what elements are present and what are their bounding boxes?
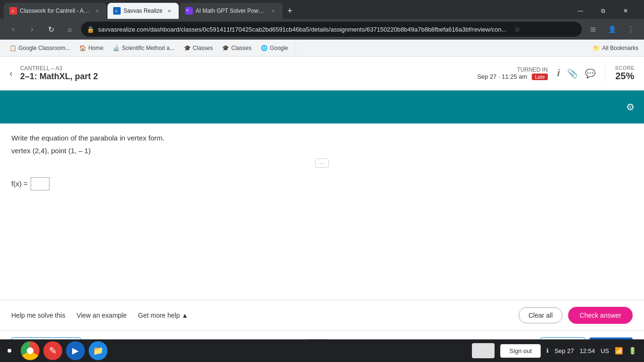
divider-dots-row: ··· <box>11 155 633 172</box>
turned-in-section: TURNED IN Sep 27 · 11:25 am Late <box>477 66 548 80</box>
taskbar-region: US <box>601 347 609 354</box>
close-button[interactable]: ✕ <box>615 3 636 18</box>
bookmark-google-classroom[interactable]: 📋 Google Classroom... <box>6 43 74 53</box>
turned-in-date: Sep 27 · 11:25 am <box>477 73 527 80</box>
svg-text:A: A <box>186 8 189 12</box>
dots-expander[interactable]: ··· <box>315 158 329 168</box>
address-bar-row: ‹ › ↻ ⌂ 🔒 savvasrealize.com/dashboard/cl… <box>0 19 644 40</box>
taskbar-app-3[interactable]: ▶ <box>66 341 85 360</box>
help-me-solve-button[interactable]: Help me solve this <box>11 312 65 319</box>
clear-all-button[interactable]: Clear all <box>519 307 562 323</box>
tab-ai-math[interactable]: A AI Math GPT Solver Powered b... ✕ <box>180 3 282 19</box>
minimize-button[interactable]: — <box>570 3 591 18</box>
bottom-toolbar: Help me solve this View an example Get m… <box>0 300 644 330</box>
address-bar[interactable]: 🔒 savvasrealize.com/dashboard/classes/0c… <box>81 22 582 37</box>
tab2-label: Savvas Realize <box>124 8 163 14</box>
tab3-label: AI Math GPT Solver Powered b... <box>196 8 266 14</box>
tab2-close[interactable]: ✕ <box>165 7 173 15</box>
bookmark-scientific-method[interactable]: 🔬 Scientific Method a... <box>109 43 178 53</box>
taskbar: ✎ ▶ 📁 Sign out ℹ Sep 27 12:54 US 📶 🔋 <box>0 339 644 362</box>
check-answer-button[interactable]: Check answer <box>568 307 633 324</box>
extensions-button[interactable]: ⊞ <box>586 22 601 37</box>
answer-prefix: f(x) = <box>11 180 28 188</box>
tab-savvas[interactable]: S Savvas Realize ✕ <box>107 3 179 19</box>
wifi-icon: 📶 <box>615 347 623 354</box>
tab-classwork[interactable]: C Classwork for Cantrell - A3 A3 ✕ <box>4 3 107 19</box>
chat-icon[interactable]: 💬 <box>585 68 595 79</box>
answer-row: f(x) = <box>11 177 633 190</box>
taskbar-dot <box>8 349 11 353</box>
taskbar-app-4[interactable]: 📁 <box>89 341 107 360</box>
bookmarks-bar: 📋 Google Classroom... 🏠 Home 🔬 Scientifi… <box>0 40 644 57</box>
window-controls: — ⧉ ✕ <box>570 3 640 18</box>
home-button[interactable]: ⌂ <box>62 22 77 37</box>
tab1-close[interactable]: ✕ <box>93 7 101 15</box>
taskbar-right: Sign out ℹ Sep 27 12:54 US 📶 🔋 <box>472 343 636 358</box>
settings-icon[interactable]: ⚙ <box>626 101 635 113</box>
taskbar-info-icon[interactable]: ℹ <box>546 347 549 354</box>
taskbar-app-2[interactable]: ✎ <box>43 341 62 360</box>
bookmarks-separator <box>296 43 296 53</box>
attachment-icon[interactable]: 📎 <box>567 68 578 79</box>
turned-in-label: TURNED IN <box>477 66 548 73</box>
info-icon[interactable]: i <box>557 68 560 79</box>
profile-button[interactable]: 👤 <box>604 22 619 37</box>
bookmark-classes-2[interactable]: 🎓 Classes <box>218 43 255 53</box>
new-tab-button[interactable]: + <box>283 4 297 17</box>
address-url: savvasrealize.com/dashboard/classes/0c59… <box>98 26 507 33</box>
sign-out-button[interactable]: Sign out <box>500 344 541 358</box>
assignment-title: 2–1: MathXL, part 2 <box>20 72 477 82</box>
star-icon[interactable]: ☆ <box>514 25 520 33</box>
answer-input[interactable] <box>31 177 50 190</box>
assignment-info: CANTRELL – A3 2–1: MathXL, part 2 <box>20 65 477 82</box>
bookmark-classes-1[interactable]: 🎓 Classes <box>180 43 217 53</box>
reload-button[interactable]: ↻ <box>43 22 58 37</box>
header-right: TURNED IN Sep 27 · 11:25 am Late i 📎 💬 S… <box>477 65 635 82</box>
header-icons: i 📎 💬 <box>557 68 596 79</box>
tab1-label: Classwork for Cantrell - A3 A3 <box>20 8 91 14</box>
svg-text:S: S <box>115 9 117 13</box>
score-value: 25% <box>615 71 635 82</box>
question-content: Write the equation of the parabola in ve… <box>0 123 644 300</box>
tab-bar: C Classwork for Cantrell - A3 A3 ✕ S Sav… <box>0 0 644 19</box>
forward-browser-button[interactable]: › <box>25 22 40 37</box>
question-text: Write the equation of the parabola in ve… <box>11 133 633 144</box>
get-more-help-button[interactable]: Get more help ▲ <box>138 312 188 319</box>
taskbar-apps: ✎ ▶ 📁 <box>21 341 107 360</box>
svg-text:C: C <box>12 9 14 13</box>
bottom-right-actions: Clear all Check answer <box>519 307 633 324</box>
score-label: SCORE <box>615 65 635 71</box>
view-example-button[interactable]: View an example <box>76 312 126 319</box>
late-badge: Late <box>532 74 547 80</box>
vertex-text: vertex (2,4), point (1, – 1) <box>11 147 633 155</box>
back-browser-button[interactable]: ‹ <box>6 22 21 37</box>
taskbar-chrome[interactable] <box>21 341 40 360</box>
bookmark-google[interactable]: 🌐 Google <box>257 43 292 53</box>
score-box: SCORE 25% <box>605 65 635 82</box>
teal-banner: ⚙ <box>0 90 644 123</box>
bookmark-home[interactable]: 🏠 Home <box>75 43 107 53</box>
menu-button[interactable]: ⋮ <box>623 22 638 37</box>
tab3-close[interactable]: ✕ <box>269 7 277 15</box>
maximize-button[interactable]: ⧉ <box>592 3 614 18</box>
taskbar-avatar <box>472 343 495 358</box>
taskbar-time: 12:54 <box>579 347 595 354</box>
app-header: ‹ CANTRELL – A3 2–1: MathXL, part 2 TURN… <box>0 57 644 90</box>
battery-icon: 🔋 <box>628 347 636 354</box>
app-container: ‹ CANTRELL – A3 2–1: MathXL, part 2 TURN… <box>0 57 644 362</box>
taskbar-date: Sep 27 <box>554 347 574 354</box>
all-bookmarks-button[interactable]: 📁 All Bookmarks <box>593 45 638 51</box>
back-assignment-button[interactable]: ‹ <box>9 68 13 79</box>
class-label: CANTRELL – A3 <box>20 65 477 72</box>
